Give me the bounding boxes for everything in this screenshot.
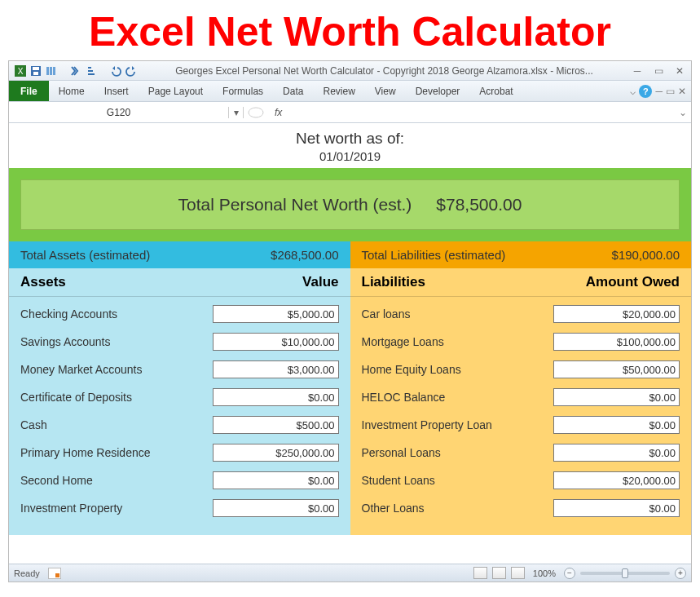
maximize-icon[interactable]: ▭ (652, 65, 665, 77)
liab-header: Liabilities Amount Owed (350, 268, 692, 297)
tab-home[interactable]: Home (49, 81, 95, 101)
asset-value-input[interactable] (213, 360, 339, 378)
asset-row: Investment Property (20, 494, 339, 522)
find-icon[interactable] (69, 64, 82, 77)
view-pagelayout-icon[interactable] (492, 567, 506, 579)
columns: Total Assets (estimated) $268,500.00 Ass… (9, 241, 691, 535)
liab-body: Car loans Mortgage Loans Home Equity Loa… (350, 297, 692, 535)
liab-row: Investment Property Loan (362, 411, 680, 439)
ribbon: File Home Insert Page Layout Formulas Da… (9, 81, 691, 102)
zoom-in-icon[interactable]: + (675, 568, 686, 579)
liab-label: Home Equity Loans (362, 363, 554, 376)
liab-value-input[interactable] (553, 499, 680, 517)
status-ready: Ready (14, 568, 40, 578)
close-icon[interactable]: ✕ (673, 65, 686, 77)
tab-developer[interactable]: Developer (406, 81, 470, 101)
fx-label[interactable]: fx (268, 107, 288, 118)
zoom-level[interactable]: 100% (533, 568, 556, 578)
zoom-thumb[interactable] (622, 568, 628, 578)
assets-head-label: Assets (20, 274, 66, 290)
redo-icon[interactable] (125, 64, 138, 77)
minimize-icon[interactable]: ─ (631, 65, 644, 77)
liab-row: Car loans (362, 300, 680, 328)
doc-min-icon[interactable]: ─ (655, 86, 663, 97)
liab-value-input[interactable] (553, 305, 680, 323)
liab-value-input[interactable] (553, 333, 680, 351)
asset-value-input[interactable] (213, 499, 339, 517)
asset-row: Money Market Accounts (20, 356, 339, 383)
liab-label: Student Loans (362, 474, 554, 487)
svg-rect-6 (50, 67, 52, 75)
liab-value-input[interactable] (553, 444, 680, 462)
liab-total-value: $190,000.00 (612, 248, 680, 262)
asset-label: Savings Accounts (20, 335, 213, 348)
view-normal-icon[interactable] (473, 567, 487, 579)
zoom-out-icon[interactable]: − (564, 568, 575, 579)
liab-row: Personal Loans (362, 439, 680, 467)
assets-header: Assets Value (9, 268, 350, 297)
liab-value-input[interactable] (553, 360, 680, 378)
assets-total-value: $268,500.00 (271, 248, 338, 262)
liab-label: Mortgage Loans (362, 335, 554, 348)
asset-value-input[interactable] (213, 388, 339, 406)
assets-column: Total Assets (estimated) $268,500.00 Ass… (9, 241, 350, 535)
svg-rect-5 (46, 67, 49, 75)
help-icon[interactable]: ? (639, 85, 652, 98)
asset-value-input[interactable] (213, 305, 339, 323)
asset-value-input[interactable] (213, 444, 339, 462)
liab-value-input[interactable] (553, 471, 680, 489)
excel-window: X Georges Excel Personal Net Wor (8, 60, 692, 582)
asof-date: 01/01/2019 (9, 149, 691, 168)
fx-insert-icon[interactable] (248, 107, 264, 118)
tab-data[interactable]: Data (273, 81, 313, 101)
asset-row: Second Home (20, 467, 339, 494)
doc-close-icon[interactable]: ✕ (678, 86, 686, 97)
asset-value-input[interactable] (213, 416, 339, 434)
name-box-dropdown-icon[interactable]: ▾ (229, 107, 244, 118)
formula-expand-icon[interactable]: ⌄ (675, 107, 691, 118)
name-box[interactable]: G120 (9, 107, 229, 118)
worksheet[interactable]: Net worth as of: 01/01/2019 Total Person… (9, 123, 691, 564)
assets-total-label: Total Assets (estimated) (20, 248, 150, 262)
asset-label: Money Market Accounts (20, 363, 213, 376)
liab-head-value: Amount Owed (586, 274, 680, 290)
svg-rect-4 (33, 72, 38, 75)
liab-head-label: Liabilities (362, 274, 425, 290)
undo-icon[interactable] (109, 64, 122, 77)
tab-formulas[interactable]: Formulas (213, 81, 273, 101)
macro-record-icon[interactable] (48, 568, 61, 579)
window-title: Georges Excel Personal Net Worth Calcula… (138, 65, 631, 77)
sort-icon[interactable] (85, 64, 98, 77)
liab-label: Other Loans (362, 502, 554, 515)
asset-row: Checking Accounts (20, 300, 339, 328)
qat-icon[interactable] (45, 64, 58, 77)
svg-point-8 (249, 108, 263, 117)
networth-value: $78,500.00 (436, 195, 522, 214)
liab-label: HELOC Balance (362, 391, 554, 404)
excel-icon[interactable]: X (14, 64, 27, 77)
save-icon[interactable] (29, 64, 42, 77)
tab-insert[interactable]: Insert (95, 81, 139, 101)
liab-value-input[interactable] (553, 388, 680, 406)
asset-value-input[interactable] (213, 333, 339, 351)
assets-head-value: Value (302, 274, 338, 290)
liab-label: Car loans (362, 307, 554, 321)
view-pagebreak-icon[interactable] (511, 567, 525, 579)
file-tab[interactable]: File (9, 81, 49, 101)
tab-page-layout[interactable]: Page Layout (139, 81, 213, 101)
tab-view[interactable]: View (365, 81, 406, 101)
liab-row: Home Equity Loans (362, 356, 680, 383)
tab-review[interactable]: Review (313, 81, 364, 101)
asset-value-input[interactable] (213, 471, 339, 489)
asset-row: Savings Accounts (20, 328, 339, 356)
networth-banner: Total Personal Net Worth (est.) $78,500.… (9, 168, 691, 241)
asset-label: Primary Home Residence (20, 446, 213, 459)
asset-row: Cash (20, 411, 339, 439)
qat-sep (60, 64, 67, 77)
tab-acrobat[interactable]: Acrobat (469, 81, 522, 101)
liab-value-input[interactable] (553, 416, 680, 434)
networth-label: Total Personal Net Worth (est.) (178, 195, 412, 214)
ribbon-min-icon[interactable]: ⌵ (630, 86, 636, 97)
zoom-slider[interactable] (580, 572, 670, 575)
doc-restore-icon[interactable]: ▭ (666, 86, 675, 97)
